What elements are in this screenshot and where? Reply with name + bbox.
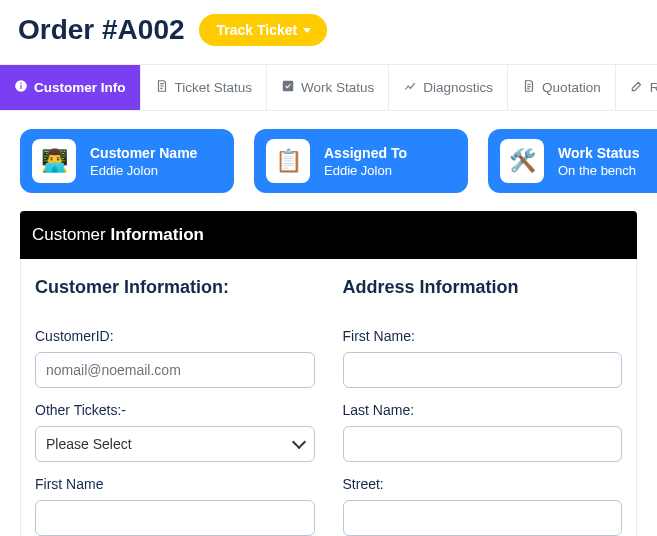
card-customer-name: 👨‍💻 Customer Name Eddie Jolon — [20, 129, 234, 193]
customer-info-column: Customer Information: CustomerID: Other … — [21, 269, 329, 536]
tab-label: Quotation — [542, 80, 601, 95]
other-tickets-label: Other Tickets:- — [35, 402, 315, 418]
gear-clock-icon: 🛠️ — [500, 139, 544, 183]
check-square-icon — [281, 79, 295, 96]
addr-last-name-label: Last Name: — [343, 402, 623, 418]
card-label: Work Status — [558, 145, 639, 161]
chart-line-icon — [403, 79, 417, 96]
info-circle-icon — [14, 79, 28, 96]
first-name-label: First Name — [35, 476, 315, 492]
section-header-light: Customer — [32, 225, 106, 244]
chevron-down-icon — [291, 435, 305, 449]
column-title: Customer Information: — [35, 277, 315, 298]
file-icon — [155, 79, 169, 96]
addr-first-name-input[interactable] — [343, 352, 623, 388]
track-ticket-label: Track Ticket — [217, 22, 298, 38]
addr-first-name-label: First Name: — [343, 328, 623, 344]
other-tickets-select[interactable]: Please Select — [35, 426, 315, 462]
customer-id-label: CustomerID: — [35, 328, 315, 344]
info-cards: 👨‍💻 Customer Name Eddie Jolon 📋 Assigned… — [0, 111, 657, 205]
first-name-input[interactable] — [35, 500, 315, 536]
page-title: Order #A002 — [18, 14, 185, 46]
tab-work-status[interactable]: Work Status — [267, 65, 389, 110]
column-title: Address Information — [343, 277, 623, 298]
tabs: Customer Info Ticket Status Work Status … — [0, 64, 657, 111]
tab-quotation[interactable]: Quotation — [508, 65, 616, 110]
section-header: Customer Information — [20, 211, 637, 259]
svg-rect-1 — [20, 85, 21, 89]
address-info-column: Address Information First Name: Last Nam… — [329, 269, 637, 536]
caret-down-icon — [303, 28, 311, 33]
clipboard-check-icon: 📋 — [266, 139, 310, 183]
customer-id-input[interactable] — [35, 352, 315, 388]
addr-last-name-input[interactable] — [343, 426, 623, 462]
person-laptop-icon: 👨‍💻 — [32, 139, 76, 183]
section-header-bold: Information — [110, 225, 204, 244]
card-work-status: 🛠️ Work Status On the bench — [488, 129, 657, 193]
edit-icon — [630, 79, 644, 96]
tab-diagnostics[interactable]: Diagnostics — [389, 65, 508, 110]
addr-street-label: Street: — [343, 476, 623, 492]
tab-ticket-status[interactable]: Ticket Status — [141, 65, 268, 110]
card-assigned-to: 📋 Assigned To Eddie Jolon — [254, 129, 468, 193]
tab-label: Repair Information — [650, 80, 657, 95]
select-value: Please Select — [46, 436, 132, 452]
card-value: Eddie Jolon — [90, 163, 197, 178]
card-value: On the bench — [558, 163, 639, 178]
track-ticket-button[interactable]: Track Ticket — [199, 14, 328, 46]
svg-point-2 — [20, 82, 22, 84]
card-label: Customer Name — [90, 145, 197, 161]
card-value: Eddie Jolon — [324, 163, 407, 178]
tab-label: Diagnostics — [423, 80, 493, 95]
svg-rect-3 — [283, 81, 294, 92]
tab-label: Customer Info — [34, 80, 126, 95]
addr-street-input[interactable] — [343, 500, 623, 536]
tab-repair-information[interactable]: Repair Information — [616, 65, 657, 110]
tab-label: Work Status — [301, 80, 374, 95]
tab-label: Ticket Status — [175, 80, 253, 95]
card-label: Assigned To — [324, 145, 407, 161]
tab-customer-info[interactable]: Customer Info — [0, 65, 141, 110]
file-text-icon — [522, 79, 536, 96]
